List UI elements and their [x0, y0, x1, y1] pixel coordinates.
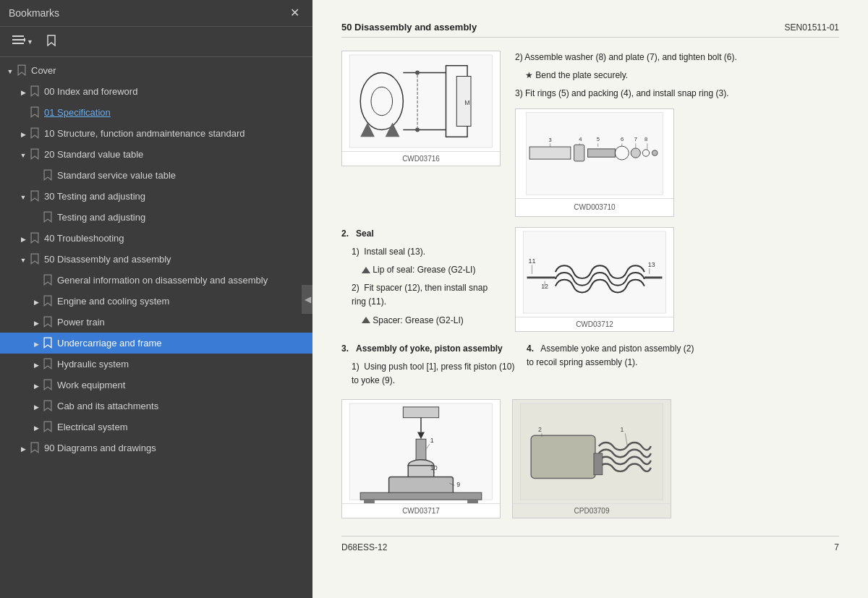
bookmark-icon-diagrams — [30, 442, 40, 453]
structure-label: 10 Structure, function andmaintenance st… — [44, 126, 307, 140]
footer-left: D68ESS-12 — [341, 542, 387, 552]
tree-item-trouble[interactable]: 40 Troubleshooting — [0, 228, 312, 249]
bookmark-icon-engine — [43, 295, 53, 307]
expand-engine[interactable] — [30, 296, 43, 309]
svg-rect-55 — [389, 477, 454, 495]
expand-undercarriage[interactable] — [30, 338, 43, 351]
svg-rect-66 — [531, 436, 595, 479]
expand-cover[interactable] — [4, 65, 17, 78]
expand-testing[interactable] — [17, 191, 30, 204]
expand-trouble[interactable] — [17, 233, 30, 246]
expand-structure[interactable] — [17, 128, 30, 141]
panel-header: Bookmarks ✕ — [0, 0, 312, 27]
tree-item-structure[interactable]: 10 Structure, function andmaintenance st… — [0, 123, 312, 144]
text-star: Bend the plate securely. — [525, 69, 839, 82]
index-label: 00 Index and foreword — [44, 84, 307, 98]
diagram-cpd003709-svg: 2 1 — [516, 400, 668, 503]
content-row-34: 3. Assembly of yoke, piston assembly 1) … — [341, 342, 839, 519]
tree-item-undercarriage[interactable]: Undercarriage and frame — [0, 333, 312, 354]
expand-disassembly[interactable] — [17, 254, 30, 267]
bookmark-icon-index — [30, 85, 40, 97]
grease-icon-1 — [362, 267, 370, 274]
svg-rect-1 — [12, 39, 24, 40]
step3-item-1: 1) Using push tool [1], press fit piston… — [352, 360, 515, 388]
image-cwd003712: 11 12 13 CWD03712 — [515, 227, 674, 332]
tree-item-powertrain[interactable]: Power train — [0, 312, 312, 333]
panel-collapse-handle[interactable]: ◀ — [302, 285, 312, 314]
svg-rect-19 — [574, 145, 584, 161]
tree-item-diagrams[interactable]: 90 Diagrams and drawings — [0, 437, 312, 458]
tree-item-spec[interactable]: 01 Specification — [0, 102, 312, 123]
bookmarks-tree: Cover 00 Index and foreword 01 Specifica… — [0, 57, 312, 598]
tree-item-cab[interactable]: Cab and its attachments — [0, 396, 312, 417]
spec-label[interactable]: 01 Specification — [44, 105, 307, 119]
svg-text:7: 7 — [634, 136, 637, 142]
svg-point-22 — [631, 148, 640, 157]
caption-cpd003709: CPD03709 — [513, 503, 671, 518]
tree-item-general-info[interactable]: General information on disassembly and a… — [0, 270, 312, 291]
testing-label: 30 Testing and adjusting — [44, 189, 307, 203]
diagram-cwd003716-svg: M — [345, 51, 497, 151]
expand-hydraulic[interactable] — [30, 359, 43, 372]
svg-rect-52 — [416, 439, 426, 461]
expand-powertrain[interactable] — [30, 317, 43, 330]
tree-item-testing-sub[interactable]: Testing and adjusting — [0, 207, 312, 228]
tree-item-stdval-sub[interactable]: Standard service value table — [0, 165, 312, 186]
expand-electrical[interactable] — [30, 422, 43, 435]
step4-content: Assemble yoke and piston assembly (2) to… — [527, 343, 694, 367]
svg-text:1: 1 — [430, 437, 434, 444]
diagram-cwd003717-svg: 1 10 9 — [345, 400, 497, 503]
text-2a-content: 2) Assemble washer (8) and plate (7), an… — [515, 52, 737, 62]
svg-text:4: 4 — [579, 136, 582, 142]
bookmark-icon-undercarriage — [43, 337, 53, 349]
tree-item-index[interactable]: 00 Index and foreword — [0, 81, 312, 102]
seal-title: Seal — [356, 228, 374, 239]
bookmark-icon-testing — [30, 190, 40, 202]
text-2b: 3) Fit rings (5) and packing (4), and in… — [515, 87, 839, 101]
close-button[interactable]: ✕ — [286, 6, 304, 20]
svg-rect-20 — [588, 148, 616, 156]
work-equip-label: Work equipment — [57, 377, 307, 392]
tree-item-hydraulic[interactable]: Hydraulic system — [0, 354, 312, 375]
tree-item-engine[interactable]: Engine and cooling system — [0, 291, 312, 312]
step3-text: 3. Assembly of yoke, piston assembly 1) … — [341, 342, 515, 393]
tree-item-electrical[interactable]: Electrical system — [0, 417, 312, 437]
doc-ref: SEN01511-01 — [785, 22, 839, 33]
svg-text:2: 2 — [538, 427, 542, 434]
footer-page: 7 — [834, 542, 839, 552]
svg-point-24 — [652, 150, 658, 155]
bookmark-icon-electrical — [43, 421, 53, 432]
doc-content: M CWD03716 2) Assemble washer (8) and pl… — [341, 51, 839, 518]
svg-marker-37 — [362, 267, 370, 273]
testing-sub-label: Testing and adjusting — [57, 210, 307, 224]
tree-item-disassembly[interactable]: 50 Disassembly and assembly — [0, 249, 312, 270]
expand-cab[interactable] — [30, 401, 43, 414]
tree-item-cover[interactable]: Cover — [0, 60, 312, 81]
expand-work-equip[interactable] — [30, 380, 43, 393]
caption-cwd003717: CWD03717 — [342, 503, 500, 518]
image-cwd003716: M CWD03716 — [341, 51, 501, 166]
bookmarks-panel: Bookmarks ✕ ▼ — [0, 0, 312, 598]
expand-index[interactable] — [17, 86, 30, 99]
bookmark-icon-powertrain — [43, 316, 53, 328]
svg-marker-38 — [362, 317, 370, 323]
seal-item-grease2: Spacer: Grease (G2-LI) — [362, 314, 501, 328]
tree-item-work-equip[interactable]: Work equipment — [0, 375, 312, 396]
bookmark-view-button[interactable] — [41, 31, 61, 52]
expand-diagrams[interactable] — [17, 443, 30, 456]
tree-item-testing[interactable]: 30 Testing and adjusting — [0, 186, 312, 207]
seal-item-1: 1) Install seal (13). — [352, 245, 501, 259]
engine-label: Engine and cooling system — [57, 294, 307, 308]
tree-item-stdval[interactable]: 20 Standard value table — [0, 144, 312, 165]
expand-stdval[interactable] — [17, 149, 30, 162]
diagrams-label: 90 Diagrams and drawings — [44, 440, 307, 455]
svg-rect-2 — [12, 43, 24, 44]
svg-rect-39 — [524, 231, 666, 312]
diagram-cwd003712-svg: 11 12 13 — [519, 228, 671, 317]
svg-rect-49 — [403, 407, 438, 418]
trouble-label: 40 Troubleshooting — [44, 231, 307, 245]
bookmark-icon-cab — [43, 400, 53, 411]
image-cwd003710: 3 4 5 6 7 8 CWD003710 — [515, 108, 674, 217]
seal-text: 2. Seal 1) Install seal (13). Lip of sea… — [341, 227, 501, 332]
list-view-button[interactable]: ▼ — [7, 31, 38, 52]
